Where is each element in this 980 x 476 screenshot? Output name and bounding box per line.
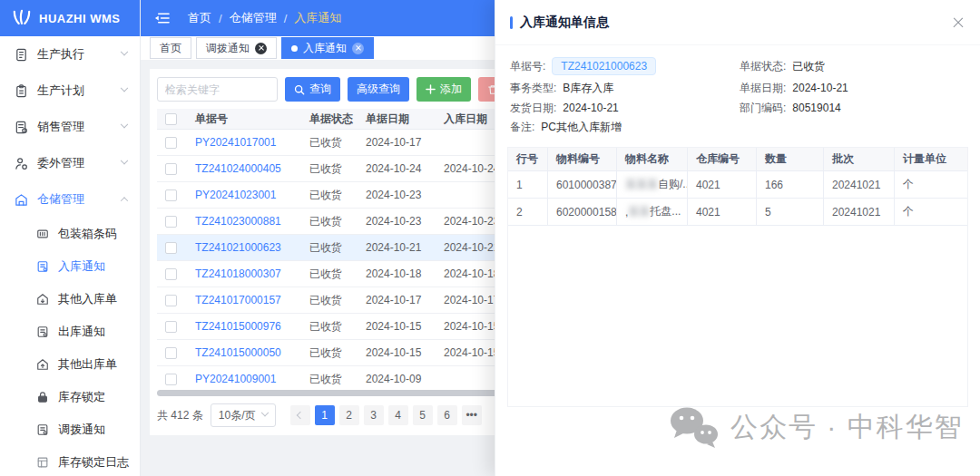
- row-checkbox[interactable]: [165, 242, 177, 254]
- close-icon[interactable]: [255, 43, 267, 54]
- breadcrumb-home[interactable]: 首页: [188, 10, 211, 26]
- row-checkbox[interactable]: [165, 189, 177, 201]
- plus-icon: [426, 84, 436, 94]
- add-button[interactable]: 添加: [416, 77, 471, 102]
- house-arrow-icon: [36, 358, 49, 371]
- person-gear-icon: [15, 157, 28, 170]
- sidebar-item-outsourcing[interactable]: 委外管理: [0, 145, 140, 181]
- breadcrumb: 首页 / 仓储管理 / 入库通知: [188, 10, 341, 26]
- doc-number-link[interactable]: TZ241023000881: [184, 215, 302, 228]
- page-button-2[interactable]: 2: [339, 405, 359, 425]
- doc-number-link[interactable]: TZ241015000976: [184, 320, 302, 333]
- field-date: 单据日期: 2024-10-21: [740, 81, 965, 96]
- huazhi-logo-icon: [12, 9, 32, 27]
- page-size-select[interactable]: 10条/页: [211, 403, 276, 427]
- chevron-down-icon: [121, 121, 128, 128]
- app-title: HUAZHI WMS: [39, 12, 121, 25]
- tab-home[interactable]: 首页: [150, 37, 191, 59]
- redacted-text: 某某某: [625, 177, 658, 192]
- barcode-card-icon: [36, 228, 49, 240]
- page-button-5[interactable]: 5: [413, 405, 433, 425]
- logo-bar: HUAZHI WMS: [0, 0, 140, 36]
- field-status: 单据状态: 已收货: [740, 59, 965, 74]
- tab-inbound-notice[interactable]: 入库通知: [281, 37, 374, 59]
- drawer-title: 入库通知单信息: [520, 15, 609, 31]
- sidebar-item-inbound-notice[interactable]: 入库通知: [0, 250, 140, 283]
- page-button-1[interactable]: 1: [315, 405, 335, 425]
- breadcrumb-warehouse[interactable]: 仓储管理: [230, 10, 277, 26]
- sidebar-item-production-exec[interactable]: 生产执行: [0, 36, 140, 73]
- more-pages-button[interactable]: •••: [462, 405, 482, 425]
- inbound-detail-drawer: 入库通知单信息 单据号: TZ241021000623 单据状态: 已收货 事务…: [495, 0, 980, 476]
- row-checkbox[interactable]: [165, 374, 177, 385]
- document-gear-icon: [15, 121, 28, 134]
- total-count: 共 412 条: [157, 408, 203, 423]
- house-arrow-icon: [36, 293, 49, 306]
- menu-fold-icon[interactable]: [154, 12, 170, 24]
- sidebar-item-transfer-notice[interactable]: 调拨通知: [0, 413, 140, 446]
- warehouse-icon: [15, 193, 28, 207]
- log-grid-icon: [36, 456, 49, 469]
- title-accent-bar: [510, 16, 513, 29]
- row-checkbox[interactable]: [165, 216, 177, 228]
- close-icon[interactable]: [951, 15, 965, 30]
- active-dot-icon: [291, 45, 298, 52]
- doc-number-link[interactable]: PY20241023001: [184, 189, 302, 201]
- sidebar-item-stock-lock-log[interactable]: 库存锁定日志: [0, 446, 140, 476]
- doc-number-link[interactable]: TZ241021000623: [184, 241, 302, 254]
- search-input[interactable]: [157, 77, 278, 102]
- sidebar-item-other-outbound[interactable]: 其他出库单: [0, 348, 140, 381]
- detail-header-row: 行号 物料编号 物料名称 仓库编号 数量 批次 计量单位: [508, 148, 967, 171]
- pagination: 共 412 条 10条/页 1 2 3 4 5 6 •••: [157, 403, 482, 427]
- row-checkbox[interactable]: [165, 295, 177, 306]
- doc-number-link[interactable]: TZ241024000405: [184, 162, 302, 175]
- doc-number-link[interactable]: TZ241015000050: [184, 346, 302, 359]
- notice-document-icon: [36, 423, 49, 436]
- drawer-header: 入库通知单信息: [495, 0, 980, 45]
- advanced-query-button[interactable]: 高级查询: [348, 77, 409, 102]
- material-name-cell: ,某某托盘...: [617, 199, 688, 225]
- field-ship-date: 发货日期: 2024-10-21: [510, 101, 740, 116]
- lock-icon: [36, 391, 49, 403]
- doc-number-link[interactable]: PY20241009001: [184, 373, 302, 385]
- doc-number-badge[interactable]: TZ241021000623: [552, 57, 656, 75]
- sidebar-item-production-plan[interactable]: 生产计划: [0, 73, 140, 109]
- field-type: 事务类型: B库存入库: [510, 81, 740, 96]
- sidebar-item-sales[interactable]: 销售管理: [0, 109, 140, 145]
- detail-row[interactable]: 1 6010000387 某某某自购/... 4021 166 20241021…: [508, 171, 967, 199]
- material-name-cell: 某某某自购/...: [617, 171, 688, 198]
- sidebar-nav: 生产执行 生产计划 销售管理 委外管理 仓储管理 包装箱条码: [0, 36, 140, 476]
- document-icon: [15, 48, 28, 62]
- field-remark: 备注: PC其他入库新增: [510, 120, 965, 135]
- select-all-checkbox[interactable]: [165, 113, 177, 125]
- prev-page-button[interactable]: [290, 405, 310, 425]
- chevron-down-icon: [121, 48, 128, 55]
- tab-transfer-notice[interactable]: 调拨通知: [196, 37, 277, 59]
- page-button-3[interactable]: 3: [364, 405, 384, 425]
- sidebar-item-stock-lock[interactable]: 库存锁定: [0, 381, 140, 413]
- detail-fields: 单据号: TZ241021000623 单据状态: 已收货 事务类型: B库存入…: [510, 54, 965, 136]
- doc-number-link[interactable]: TZ241018000307: [184, 267, 302, 280]
- page-button-6[interactable]: 6: [437, 405, 457, 425]
- row-checkbox[interactable]: [165, 347, 177, 359]
- query-button[interactable]: 查询: [285, 77, 340, 102]
- row-checkbox[interactable]: [165, 321, 177, 333]
- doc-number-link[interactable]: PY20241017001: [184, 136, 302, 149]
- sidebar-item-box-barcode[interactable]: 包装箱条码: [0, 218, 140, 250]
- search-icon: [294, 84, 305, 95]
- close-icon[interactable]: [352, 43, 364, 54]
- sidebar-item-other-inbound[interactable]: 其他入库单: [0, 283, 140, 316]
- detail-row[interactable]: 2 6020000158 ,某某托盘... 4021 5 20241021 个: [508, 199, 967, 226]
- row-checkbox[interactable]: [165, 268, 177, 280]
- row-checkbox[interactable]: [165, 137, 177, 149]
- chevron-down-icon: [260, 409, 268, 416]
- row-checkbox[interactable]: [165, 163, 177, 175]
- field-dept-code: 部门编码: 80519014: [740, 101, 965, 116]
- sidebar-item-warehouse[interactable]: 仓储管理: [0, 181, 140, 218]
- doc-number-link[interactable]: TZ241017000157: [184, 294, 302, 306]
- chevron-down-icon: [121, 84, 128, 92]
- sidebar-item-outbound-notice[interactable]: 出库通知: [0, 316, 140, 348]
- sidebar: HUAZHI WMS 生产执行 生产计划 销售管理 委外管理 仓储管理: [0, 0, 141, 476]
- chevron-down-icon: [121, 157, 128, 164]
- page-button-4[interactable]: 4: [388, 405, 408, 425]
